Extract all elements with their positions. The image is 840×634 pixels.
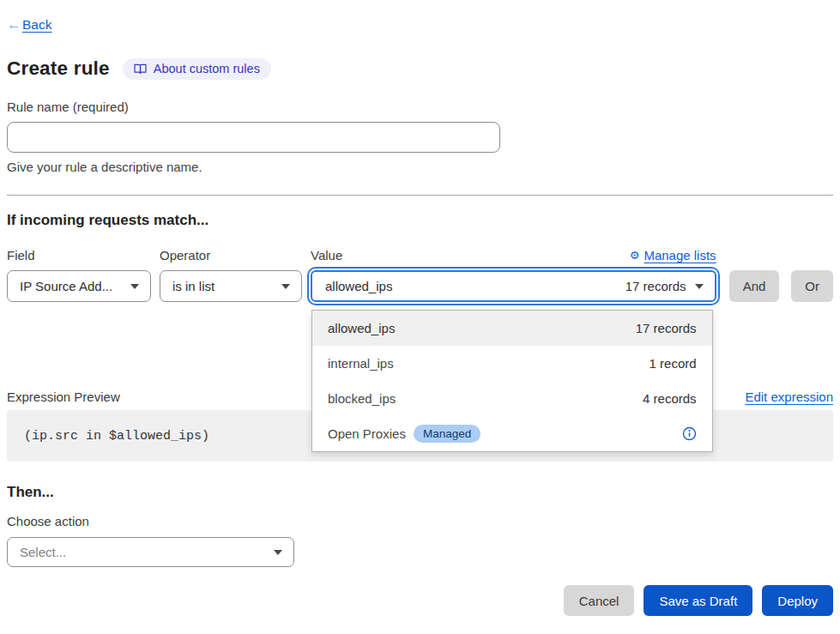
manage-lists-link[interactable]: ⚙ Manage lists	[630, 248, 716, 263]
back-link-label: Back	[22, 17, 51, 33]
value-select-meta: 17 records	[625, 279, 686, 293]
operator-select-value: is in list	[172, 279, 215, 293]
action-select[interactable]: Select...	[7, 537, 294, 567]
info-icon[interactable]	[682, 426, 697, 441]
field-label: Field	[7, 248, 151, 263]
back-link[interactable]: ←Back	[7, 16, 51, 33]
about-custom-rules-label: About custom rules	[154, 62, 260, 75]
chevron-down-icon	[695, 284, 704, 289]
and-button[interactable]: And	[729, 270, 780, 302]
section-divider	[7, 195, 833, 196]
about-custom-rules-link[interactable]: About custom rules	[123, 58, 271, 80]
gear-icon: ⚙	[630, 250, 640, 261]
deploy-button[interactable]: Deploy	[762, 585, 833, 616]
list-item-open-proxies[interactable]: Open Proxies Managed	[312, 416, 712, 451]
match-section-heading: If incoming requests match...	[7, 211, 833, 230]
field-select[interactable]: IP Source Add...	[7, 270, 151, 302]
list-item-record-count: 4 records	[643, 391, 697, 406]
back-arrow-icon: ←	[7, 16, 21, 33]
list-item-record-count: 1 record	[650, 356, 697, 371]
expression-code: (ip.src in $allowed_ips)	[24, 429, 209, 444]
rule-name-input[interactable]	[7, 122, 500, 153]
list-item-name: allowed_ips	[328, 321, 395, 335]
chevron-down-icon	[274, 550, 282, 555]
value-label: Value	[311, 248, 342, 263]
list-item-internal-ips[interactable]: internal_ips 1 record	[312, 346, 712, 381]
choose-action-label: Choose action	[7, 514, 833, 529]
list-item-blocked-ips[interactable]: blocked_ips 4 records	[312, 381, 712, 416]
list-dropdown-menu: allowed_ips 17 records internal_ips 1 re…	[311, 310, 713, 452]
value-select[interactable]: allowed_ips 17 records	[311, 270, 716, 302]
or-button[interactable]: Or	[791, 270, 833, 302]
rule-name-helper: Give your rule a descriptive name.	[7, 160, 833, 175]
list-item-name: Open Proxies	[328, 426, 406, 441]
save-as-draft-button[interactable]: Save as Draft	[644, 585, 752, 616]
page-title: Create rule	[7, 57, 110, 80]
action-select-placeholder: Select...	[20, 545, 66, 559]
list-item-allowed-ips[interactable]: allowed_ips 17 records	[312, 311, 712, 346]
book-icon	[134, 63, 147, 75]
list-item-name: blocked_ips	[328, 391, 396, 406]
operator-select[interactable]: is in list	[160, 270, 302, 302]
rule-name-label: Rule name (required)	[7, 100, 833, 115]
operator-label: Operator	[160, 248, 302, 263]
manage-lists-label: Manage lists	[644, 248, 716, 263]
value-select-value: allowed_ips	[325, 279, 392, 293]
cancel-button[interactable]: Cancel	[564, 585, 635, 616]
condition-builder-row: Field IP Source Add... Operator is in li…	[7, 248, 833, 302]
expression-preview-label: Expression Preview	[7, 389, 120, 404]
chevron-down-icon	[130, 284, 139, 289]
edit-expression-link[interactable]: Edit expression	[745, 389, 833, 404]
then-section-heading: Then...	[7, 483, 833, 502]
list-item-name: internal_ips	[328, 356, 394, 371]
chevron-down-icon	[281, 284, 290, 289]
list-item-record-count: 17 records	[636, 321, 697, 335]
managed-badge: Managed	[414, 425, 480, 443]
field-select-value: IP Source Add...	[20, 279, 112, 293]
